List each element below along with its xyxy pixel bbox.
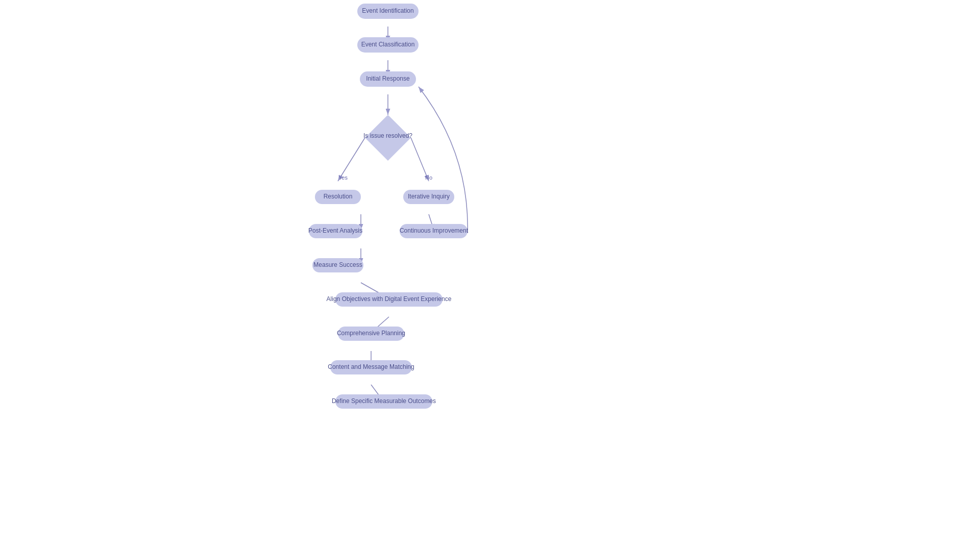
iterative-inquiry-label: Iterative Inquiry — [408, 193, 450, 200]
initial-response-label: Initial Response — [366, 75, 410, 82]
event-identification-label: Event Identification — [362, 7, 413, 14]
content-message-matching-label: Content and Message Matching — [328, 363, 414, 370]
comprehensive-planning-label: Comprehensive Planning — [337, 330, 405, 337]
yes-label: Yes — [338, 174, 348, 181]
align-objectives-label: Align Objectives with Digital Event Expe… — [327, 295, 452, 303]
resolution-label: Resolution — [324, 193, 353, 200]
event-classification-label: Event Classification — [361, 41, 415, 48]
no-label: No — [425, 174, 432, 181]
post-event-analysis-label: Post-Event Analysis — [308, 227, 362, 234]
continuous-improvement-label: Continuous Improvement — [400, 227, 469, 234]
measure-success-label: Measure Success — [313, 261, 362, 268]
decision-label: Is issue resolved? — [363, 132, 412, 139]
arrow-ci-ir — [419, 87, 468, 233]
flowchart-container: Event Identification Event Classificatio… — [0, 0, 980, 551]
define-specific-label: Define Specific Measurable Outcomes — [332, 397, 436, 405]
